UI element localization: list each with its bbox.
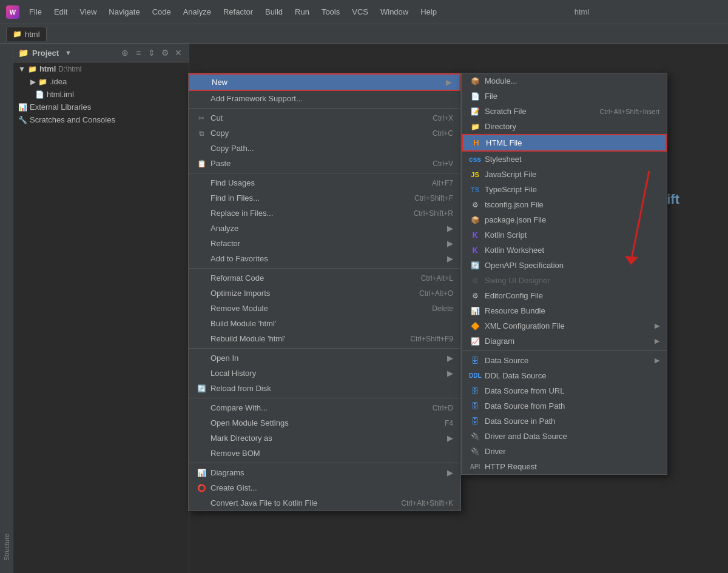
tree-item-iml[interactable]: 📄 html.iml — [13, 88, 189, 101]
settings-icon[interactable]: ⚙ — [160, 47, 170, 58]
menu-code[interactable]: Code — [147, 5, 176, 19]
sync-icon[interactable]: ⊕ — [120, 47, 130, 58]
submenu-ds-path[interactable]: 🗄 Data Source from Path — [462, 398, 667, 414]
ctx-open-in[interactable]: Open In ▶ — [189, 350, 460, 366]
ctx-remove-bom[interactable]: Remove BOM — [189, 446, 460, 461]
ctx-sep-6 — [189, 463, 460, 463]
menu-run[interactable]: Run — [290, 5, 314, 19]
ctx-replace-in-files[interactable]: Replace in Files... Ctrl+Shift+R — [189, 206, 460, 221]
submenu-sep-1 — [462, 350, 667, 351]
ctx-paste[interactable]: 📋 Paste Ctrl+V — [189, 156, 460, 171]
ctx-copy[interactable]: ⧉ Copy Ctrl+C — [189, 126, 460, 141]
ctx-add-favorites[interactable]: Add to Favorites ▶ — [189, 251, 460, 266]
menu-window[interactable]: Window — [376, 5, 413, 19]
menu-tools[interactable]: Tools — [317, 5, 345, 19]
submenu-file-label: File — [485, 92, 659, 101]
submenu-directory[interactable]: 📁 Directory — [462, 119, 667, 134]
ctx-rebuild-module[interactable]: Rebuild Module 'html' Ctrl+Shift+F9 — [189, 331, 460, 346]
ctx-favorites-label: Add to Favorites — [211, 254, 447, 263]
submenu-tsconfig[interactable]: ⚙ tsconfig.json File — [462, 197, 667, 212]
submenu-resource-label: Resource Bundle — [485, 306, 659, 315]
ctx-rebuild-label: Rebuild Module 'html' — [211, 334, 398, 343]
menu-refactor[interactable]: Refactor — [218, 5, 258, 19]
ctx-cut[interactable]: ✂ Cut Ctrl+X — [189, 110, 460, 126]
ctx-optimize[interactable]: Optimize Imports Ctrl+Alt+O — [189, 286, 460, 301]
ctx-diagrams-label: Diagrams — [211, 468, 447, 477]
submenu-swing-label: Swing UI Designer — [485, 276, 659, 285]
title-bar: W File Edit View Navigate Code Analyze R… — [0, 0, 728, 24]
ctx-convert-java[interactable]: Convert Java File to Kotlin File Ctrl+Al… — [189, 495, 460, 511]
ctx-replace-label: Replace in Files... — [211, 209, 402, 218]
ctx-module-settings[interactable]: Open Module Settings F4 — [189, 415, 460, 431]
xml-arrow-icon: ▶ — [655, 322, 659, 330]
submenu-kotlin-script[interactable]: K Kotlin Script — [462, 227, 667, 243]
ctx-create-gist[interactable]: ⭕ Create Gist... — [189, 480, 460, 495]
data-source-icon: 🗄 — [469, 357, 481, 365]
ctx-analyze[interactable]: Analyze ▶ — [189, 221, 460, 236]
submenu-ds-url[interactable]: 🗄 Data Source from URL — [462, 383, 667, 398]
submenu-scratch-file[interactable]: 📝 Scratch File Ctrl+Alt+Shift+Insert — [462, 104, 667, 119]
ctx-reload[interactable]: 🔄 Reload from Disk — [189, 381, 460, 396]
ctx-diagrams[interactable]: 📊 Diagrams ▶ — [189, 465, 460, 480]
submenu-ddl-source[interactable]: DDL DDL Data Source — [462, 368, 667, 383]
menu-view[interactable]: View — [75, 5, 101, 19]
submenu-module[interactable]: 📦 Module... — [462, 73, 667, 89]
menu-file[interactable]: File — [24, 5, 47, 19]
ctx-compare-with[interactable]: Compare With... Ctrl+D — [189, 400, 460, 415]
submenu-ts-file[interactable]: TS TypeScript File — [462, 182, 667, 197]
tree-item-external-libraries[interactable]: 📊 External Libraries — [13, 101, 189, 113]
submenu-openapi[interactable]: 🔄 OpenAPI Specification — [462, 258, 667, 273]
menu-navigate[interactable]: Navigate — [104, 5, 144, 19]
tree-item-scratches[interactable]: 🔧 Scratches and Consoles — [13, 113, 189, 126]
ctx-build-module[interactable]: Build Module 'html' — [189, 316, 460, 331]
ctx-mark-directory[interactable]: Mark Directory as ▶ — [189, 431, 460, 446]
menu-edit[interactable]: Edit — [49, 5, 72, 19]
ctx-open-in-label: Open In — [211, 354, 447, 363]
submenu-driver[interactable]: 🔌 Driver — [462, 444, 667, 459]
submenu-data-source[interactable]: 🗄 Data Source ▶ — [462, 353, 667, 368]
submenu-xml-config[interactable]: 🔶 XML Configuration File ▶ — [462, 318, 667, 333]
submenu-stylesheet[interactable]: css Stylesheet — [462, 152, 667, 167]
ctx-find-in-files[interactable]: Find in Files... Ctrl+Shift+F — [189, 190, 460, 206]
menu-vcs[interactable]: VCS — [347, 5, 373, 19]
submenu-ds-in-path[interactable]: 🗄 Data Source in Path — [462, 414, 667, 429]
submenu-js-file[interactable]: JS JavaScript File — [462, 167, 667, 182]
submenu-diagram[interactable]: 📈 Diagram ▶ — [462, 333, 667, 349]
submenu-html-file[interactable]: H HTML File — [462, 134, 667, 152]
close-icon[interactable]: ✕ — [173, 47, 184, 58]
app-logo: W — [6, 5, 19, 19]
ctx-refactor[interactable]: Refactor ▶ — [189, 236, 460, 251]
expand-icon[interactable]: ⇕ — [146, 47, 157, 58]
submenu-file[interactable]: 📄 File — [462, 89, 667, 104]
ctx-reformat-label: Reformat Code — [211, 273, 409, 283]
ctx-copy-path[interactable]: Copy Path... — [189, 141, 460, 156]
submenu-ts-label: TypeScript File — [485, 185, 659, 194]
ctx-find-usages[interactable]: Find Usages Alt+F7 — [189, 175, 460, 190]
ctx-reformat[interactable]: Reformat Code Ctrl+Alt+L — [189, 270, 460, 286]
tree-item-html[interactable]: ▼ 📁 html D:\html — [13, 62, 189, 75]
collapse-icon[interactable]: ≡ — [133, 47, 144, 58]
find-usages-shortcut: Alt+F7 — [432, 179, 453, 187]
ctx-remove-module[interactable]: Remove Module Delete — [189, 301, 460, 316]
submenu-editorconfig[interactable]: ⚙ EditorConfig File — [462, 288, 667, 303]
tree-item-idea[interactable]: ▶ 📁 .idea — [13, 75, 189, 88]
ctx-new[interactable]: New ▶ — [189, 73, 460, 91]
submenu-resource-bundle[interactable]: 📊 Resource Bundle — [462, 303, 667, 318]
ctx-local-history[interactable]: Local History ▶ — [189, 366, 460, 381]
menu-help[interactable]: Help — [416, 5, 442, 19]
ctx-add-framework[interactable]: Add Framework Support... — [189, 91, 460, 106]
submenu-kotlin-worksheet[interactable]: K Kotlin Worksheet — [462, 243, 667, 258]
rebuild-shortcut: Ctrl+Shift+F9 — [410, 335, 453, 343]
submenu-driver-ds[interactable]: 🔌 Driver and Data Source — [462, 429, 667, 444]
submenu-package-json[interactable]: 📦 package.json File — [462, 212, 667, 227]
project-tab[interactable]: html — [25, 30, 40, 39]
submenu-http-request[interactable]: API HTTP Request — [462, 459, 667, 474]
new-arrow-icon: ▶ — [446, 78, 452, 87]
menu-build[interactable]: Build — [260, 5, 288, 19]
submenu-swing[interactable]: ⚙ Swing UI Designer — [462, 273, 667, 288]
structure-side-tab[interactable]: Structure — [3, 534, 10, 561]
submenu-driver-label: Driver — [485, 447, 659, 456]
ctx-new-label: New — [212, 78, 446, 87]
menu-analyze[interactable]: Analyze — [178, 5, 216, 19]
submenu-openapi-label: OpenAPI Specification — [485, 261, 659, 270]
